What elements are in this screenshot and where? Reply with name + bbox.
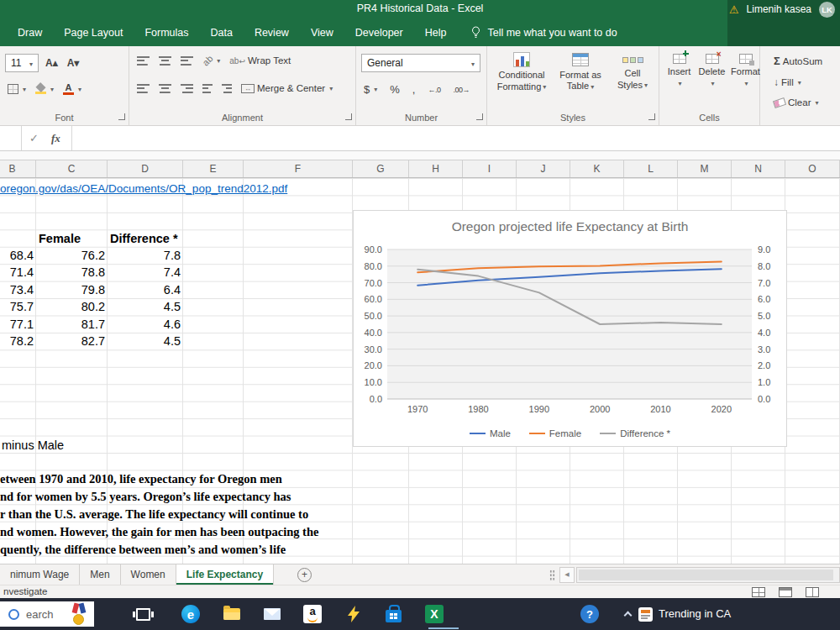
chart[interactable]: Oregon projected life Expectancy at Birt… <box>353 210 787 447</box>
top-align-button[interactable] <box>134 55 152 67</box>
alignment-dialog-launcher[interactable] <box>345 113 352 120</box>
help-button[interactable]: ? <box>571 598 608 630</box>
cell-male[interactable]: 73.4 <box>0 281 34 298</box>
column-header-g[interactable]: G <box>353 160 409 177</box>
cell-difference[interactable]: 4.5 <box>109 298 181 315</box>
lightning-app-button[interactable] <box>335 598 372 630</box>
font-dialog-launcher[interactable] <box>118 113 125 120</box>
microsoft-store-button[interactable] <box>375 598 412 630</box>
cell-difference[interactable]: 4.6 <box>109 316 181 333</box>
font-color-button[interactable]: A <box>60 81 84 97</box>
number-dialog-launcher[interactable] <box>476 113 483 120</box>
font-size-combobox[interactable]: 11 <box>5 54 39 72</box>
fill-color-button[interactable] <box>33 82 56 96</box>
column-header-m[interactable]: M <box>678 160 732 177</box>
delete-cells-button[interactable]: Delete <box>697 54 727 89</box>
tab-formulas[interactable]: Formulas <box>134 18 199 46</box>
tab-view[interactable]: View <box>300 18 344 46</box>
wrap-text-button[interactable]: ab↩Wrap Text <box>227 54 293 67</box>
clear-button[interactable]: Clear <box>771 96 822 109</box>
task-view-button[interactable] <box>124 598 161 630</box>
number-format-combobox[interactable]: General <box>361 54 480 72</box>
cell-difference[interactable]: 6.4 <box>109 281 181 298</box>
tab-page-layout[interactable]: Page Layout <box>53 18 134 46</box>
cell-male[interactable]: 77.1 <box>0 316 34 333</box>
cell-female[interactable]: 80.2 <box>38 298 105 315</box>
cell-female[interactable]: 81.7 <box>38 316 105 333</box>
format-as-table-button[interactable]: Format as Table <box>554 53 606 92</box>
mail-button[interactable] <box>254 598 291 630</box>
avatar[interactable]: LK <box>819 2 835 18</box>
new-sheet-button[interactable]: + <box>297 568 312 582</box>
cell-male[interactable]: 75.7 <box>0 298 34 315</box>
column-header-n[interactable]: N <box>732 160 785 177</box>
align-left-button[interactable] <box>134 82 152 95</box>
column-header-l[interactable]: L <box>624 160 678 177</box>
page-break-view-button[interactable] <box>806 587 819 597</box>
excel-taskbar-button[interactable]: X <box>416 598 453 630</box>
worksheet-grid[interactable]: oregon.gov/das/OEA/Documents/OR_pop_tren… <box>0 178 840 564</box>
cell-female[interactable]: 78.8 <box>38 264 105 281</box>
column-header-d[interactable]: D <box>108 160 183 177</box>
tab-draw[interactable]: Draw <box>7 18 53 46</box>
increase-font-size-button[interactable]: A▴ <box>43 55 60 71</box>
insert-cells-button[interactable]: Insert <box>664 54 694 89</box>
cell-difference[interactable]: 7.8 <box>109 247 181 264</box>
cell-male[interactable]: 78.2 <box>0 333 34 349</box>
paragraph-block[interactable]: etween 1970 and 2010, life expectancy fo… <box>0 470 352 559</box>
column-header-h[interactable]: H <box>409 160 463 177</box>
name-box[interactable] <box>0 126 22 150</box>
hyperlink-cell[interactable]: oregon.gov/das/OEA/Documents/OR_pop_tren… <box>0 181 287 197</box>
tab-developer[interactable]: Developer <box>344 18 414 46</box>
accounting-format-button[interactable]: $ <box>361 81 380 97</box>
file-explorer-button[interactable] <box>213 598 250 630</box>
sheet-tab-men[interactable]: Men <box>80 564 120 585</box>
account-name[interactable]: Limenih kasea <box>747 3 811 15</box>
scroll-left-button[interactable]: ◀ <box>559 567 575 583</box>
tab-data[interactable]: Data <box>199 18 243 46</box>
page-layout-view-button[interactable] <box>779 587 792 597</box>
increase-indent-button[interactable] <box>219 82 234 95</box>
middle-align-button[interactable] <box>156 55 174 67</box>
warning-icon[interactable]: ⚠ <box>729 3 739 16</box>
merge-center-button[interactable]: ↔Merge & Center <box>239 81 335 95</box>
column-header-j[interactable]: J <box>517 160 570 177</box>
conditional-formatting-button[interactable]: Conditional Formatting <box>496 52 548 92</box>
normal-view-button[interactable] <box>752 587 765 597</box>
enter-check-icon[interactable]: ✓ <box>29 132 39 144</box>
borders-button[interactable] <box>5 82 29 96</box>
bottom-align-button[interactable] <box>178 55 196 67</box>
table-header-female[interactable]: Female <box>39 230 81 247</box>
column-header-i[interactable]: I <box>463 160 517 177</box>
cell-female[interactable]: 76.2 <box>38 247 105 264</box>
cell-styles-button[interactable]: Cell Styles <box>613 54 652 91</box>
search-highlight-medal-icon[interactable] <box>72 603 86 625</box>
trending-widget-icon[interactable] <box>638 607 653 622</box>
decrease-decimal-button[interactable]: .00→ <box>450 84 472 96</box>
tell-me-box[interactable]: Tell me what you want to do <box>470 26 617 39</box>
decrease-font-size-button[interactable]: A▾ <box>65 55 82 71</box>
fill-button[interactable]: ↓Fill <box>771 75 804 90</box>
column-header-e[interactable]: E <box>183 160 244 177</box>
cell-male[interactable]: 71.4 <box>0 264 34 281</box>
column-header-b[interactable]: B <box>0 160 36 177</box>
cell-female[interactable]: 82.7 <box>38 333 105 349</box>
cell-difference[interactable]: 4.5 <box>109 333 181 349</box>
styles-dialog-launcher[interactable] <box>648 113 655 120</box>
insert-function-icon[interactable]: fx <box>51 132 60 145</box>
comma-style-button[interactable]: , <box>410 81 418 97</box>
tab-review[interactable]: Review <box>244 18 300 46</box>
decrease-indent-button[interactable] <box>200 82 215 95</box>
column-header-k[interactable]: K <box>570 160 624 177</box>
orientation-button[interactable]: ab <box>200 54 223 67</box>
tab-help[interactable]: Help <box>414 18 458 46</box>
cell-difference[interactable]: 7.4 <box>109 264 181 281</box>
format-cells-button[interactable]: Format <box>730 54 761 89</box>
column-header-f[interactable]: F <box>244 160 353 177</box>
center-button[interactable] <box>156 82 174 95</box>
hidden-icons-chevron[interactable] <box>624 612 633 620</box>
column-header-o[interactable]: O <box>785 160 840 177</box>
trending-text[interactable]: Trending in CA <box>659 607 731 620</box>
amazon-button[interactable]: a <box>294 598 331 630</box>
increase-decimal-button[interactable]: ←.0 <box>425 84 443 96</box>
